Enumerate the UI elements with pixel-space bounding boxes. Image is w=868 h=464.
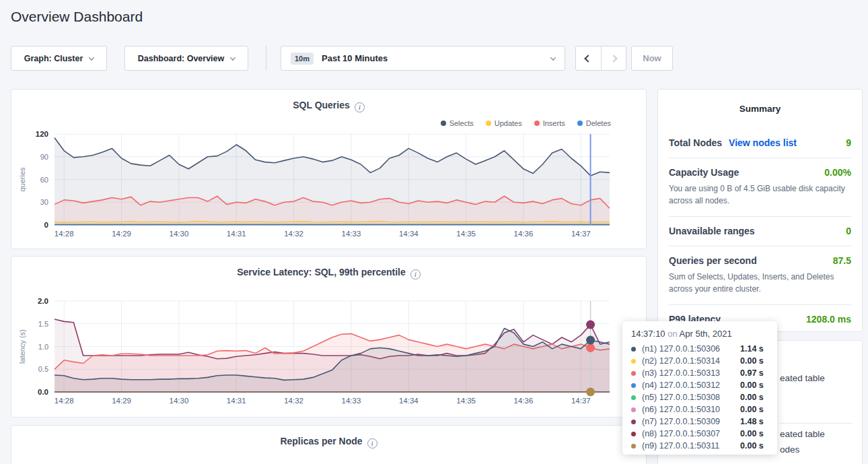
node-color-dot-icon	[631, 420, 636, 424]
svg-text:14:29: 14:29	[112, 230, 131, 238]
tooltip-node-label: (n4) 127.0.0.1:50312	[642, 380, 740, 390]
summary-row-label: Total Nodes	[669, 137, 722, 148]
svg-text:14:34: 14:34	[399, 397, 419, 405]
svg-text:0.0: 0.0	[38, 388, 48, 396]
tooltip-node-value: 1.48 s	[740, 417, 764, 426]
svg-text:14:33: 14:33	[342, 397, 361, 405]
summary-title: Summary	[669, 104, 851, 114]
service-latency-chart-card: Service Latency: SQL, 99th percentilei 0…	[11, 256, 647, 418]
x-axis-labels: 14:2814:2914:3014:3114:3214:3314:3414:35…	[55, 230, 591, 238]
tooltip-header: 14:37:10 on Apr 5th, 2021	[631, 329, 768, 339]
y-axis-labels: 0.00.51.01.52.0	[38, 297, 48, 396]
tooltip-node-value: 0.97 s	[740, 368, 764, 378]
svg-text:30: 30	[40, 198, 48, 206]
svg-text:14:32: 14:32	[284, 397, 303, 405]
time-range-badge: 10m	[291, 53, 314, 65]
tooltip-row: (n7) 127.0.0.1:503091.48 s	[631, 416, 768, 428]
tooltip-row: (n5) 127.0.0.1:503080.00 s	[631, 391, 768, 403]
now-button[interactable]: Now	[631, 46, 673, 71]
summary-rows: Total NodesView nodes list9Capacity Usag…	[669, 129, 851, 334]
tooltip-row: (n4) 127.0.0.1:503120.00 s	[631, 379, 768, 391]
time-range-label: Past 10 Minutes	[322, 53, 388, 63]
events-text-fragment: eated table	[780, 373, 825, 383]
replicas-per-node-chart-title: Replicas per Nodei	[11, 436, 646, 449]
sql-queries-chart-card: SQL Queriesi SelectsUpdatesInsertsDelete…	[11, 89, 647, 249]
svg-text:14:33: 14:33	[342, 230, 361, 238]
summary-row-header: Queries per second87.5	[669, 255, 851, 266]
view-nodes-list-link[interactable]: View nodes list	[729, 137, 797, 148]
tooltip-time: 14:37:10	[631, 329, 665, 339]
node-color-dot-icon	[631, 444, 636, 449]
prev-time-button[interactable]	[576, 46, 601, 70]
tooltip-row: (n2) 127.0.0.1:503140.00 s	[631, 355, 768, 367]
time-nav-group	[575, 46, 626, 71]
summary-row-header: Unavailable ranges0	[669, 226, 851, 236]
tooltip-node-label: (n1) 127.0.0.1:50306	[642, 344, 740, 354]
tooltip-node-label: (n6) 127.0.0.1:50310	[642, 405, 740, 414]
svg-text:14:29: 14:29	[112, 397, 131, 405]
tooltip-date: Apr 5th, 2021	[680, 329, 732, 339]
tooltip-node-label: (n2) 127.0.0.1:50314	[642, 356, 740, 366]
dashboard-dropdown[interactable]: Dashboard: Overview	[124, 46, 248, 71]
graph-dropdown[interactable]: Graph: Cluster	[11, 46, 107, 71]
summary-row: Unavailable ranges0	[669, 216, 851, 246]
tooltip-node-value: 0.00 s	[740, 380, 764, 390]
tooltip-node-label: (n7) 127.0.0.1:50309	[642, 417, 740, 426]
summary-row-value: 0	[846, 226, 851, 236]
events-divider	[780, 423, 853, 424]
summary-row-label: Capacity Usage	[669, 167, 739, 178]
chevron-down-icon	[550, 55, 556, 60]
summary-panel: Summary Total NodesView nodes list9Capac…	[657, 89, 863, 332]
tooltip-node-value: 0.00 s	[740, 405, 764, 414]
svg-text:14:32: 14:32	[284, 230, 303, 238]
summary-row-value: 9	[846, 137, 851, 148]
series	[55, 319, 610, 392]
chevron-down-icon	[89, 55, 94, 60]
svg-text:14:35: 14:35	[456, 230, 476, 238]
tooltip-node-value: 1.14 s	[740, 344, 764, 354]
svg-text:14:31: 14:31	[227, 397, 246, 405]
summary-row: Capacity Usage0.00%You are using 0 B of …	[669, 158, 851, 216]
summary-row-value: 0.00%	[824, 167, 851, 178]
svg-text:14:31: 14:31	[227, 230, 246, 238]
summary-row: Queries per second87.5Sum of Selects, Up…	[669, 246, 851, 304]
svg-text:90: 90	[40, 153, 48, 161]
svg-text:14:30: 14:30	[170, 230, 189, 238]
node-color-dot-icon	[631, 383, 636, 388]
svg-text:14:37: 14:37	[571, 230, 591, 238]
svg-text:14:28: 14:28	[55, 230, 74, 238]
summary-row-description: You are using 0 B of 4.5 GiB usable disk…	[669, 183, 851, 207]
dashboard-dropdown-label: Dashboard: Overview	[138, 54, 225, 63]
info-icon[interactable]: i	[367, 438, 377, 449]
time-range-picker[interactable]: 10m Past 10 Minutes	[281, 46, 565, 71]
y-axis-title: latency (s)	[18, 329, 26, 364]
svg-text:1.0: 1.0	[38, 343, 48, 351]
tooltip-node-value: 0.00 s	[740, 441, 764, 451]
next-time-button[interactable]	[601, 46, 626, 70]
events-text-fragment: odes	[780, 444, 799, 455]
node-color-dot-icon	[631, 407, 636, 412]
summary-row-header: Capacity Usage0.00%	[669, 167, 851, 178]
chevron-left-icon	[585, 55, 592, 62]
summary-row-header: Total NodesView nodes list9	[669, 137, 851, 148]
svg-text:120: 120	[36, 130, 48, 138]
lat-plot-svg: 0.00.51.01.52.0latency (s)14:2814:2914:3…	[11, 257, 646, 418]
svg-text:14:30: 14:30	[170, 397, 189, 405]
tooltip-node-value: 0.00 s	[740, 429, 764, 438]
y-axis-title: queries	[18, 167, 26, 192]
summary-row-value: 1208.0 ms	[806, 314, 851, 325]
tooltip-node-label: (n3) 127.0.0.1:50313	[642, 368, 740, 378]
tooltip-on: on	[667, 329, 677, 339]
tooltip-node-label: (n5) 127.0.0.1:50308	[642, 393, 740, 402]
summary-row-value: 87.5	[833, 255, 851, 266]
svg-text:14:37: 14:37	[571, 397, 591, 405]
chart-title-text: Replicas per Node	[280, 436, 362, 446]
tooltip-node-label: (n8) 127.0.0.1:50307	[642, 429, 740, 438]
node-color-dot-icon	[631, 432, 636, 436]
svg-text:0.5: 0.5	[38, 365, 48, 373]
svg-text:2.0: 2.0	[38, 297, 48, 305]
summary-row-label: Unavailable ranges	[669, 226, 755, 236]
svg-text:60: 60	[40, 176, 48, 184]
tooltip-node-value: 0.00 s	[740, 356, 764, 366]
toolbar-divider	[266, 46, 266, 71]
